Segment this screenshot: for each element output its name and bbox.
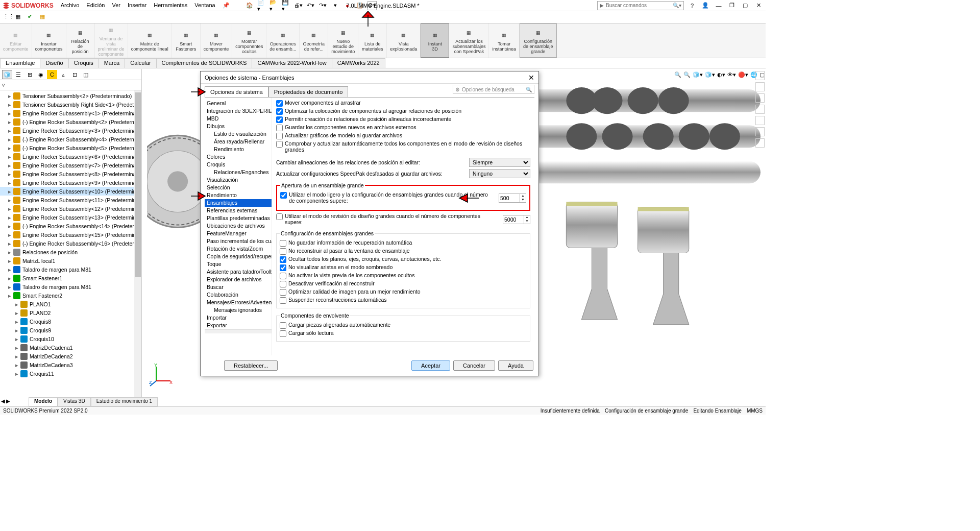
tree-item[interactable]: ▸Engine Rocker Subassembly<6> (Predeterm… [0,152,141,161]
tree-item[interactable]: ▸Relaciones de posición [0,248,141,256]
align-select[interactable]: Siempre [469,158,530,167]
tree-item[interactable]: ▸Engine Rocker Subassembly<12> (Predeter… [0,204,141,213]
option-checkbox[interactable]: Cargar sólo lectura [280,330,527,337]
category-item[interactable]: Copia de seguridad/recuperar [205,253,272,260]
ribbon-btn-4[interactable]: ▦Matriz decomponente lineal [128,23,172,58]
command-search[interactable]: ▶ Buscar comandos🔍▾ [597,1,684,10]
close-icon[interactable]: ✕ [753,1,764,10]
qat-grid-icon[interactable]: ⋮⋮ [3,13,11,21]
category-item[interactable]: Referencias externas [205,207,272,214]
category-item[interactable]: Croquis [205,161,272,168]
tree-item[interactable]: ▸(-) Engine Rocker Subassembly<4> (Prede… [0,135,141,143]
tree-body[interactable]: ▸Tensioner Subassembly<2> (Predeterminad… [0,90,141,398]
tree-item[interactable]: ▸Croquis10 [0,334,141,343]
option-checkbox[interactable]: Mover componentes al arrastrar [276,100,530,107]
qat-check-icon[interactable]: ✔ [28,13,36,21]
ribbon-btn-1[interactable]: ▦Insertarcomponentes [32,23,66,58]
option-checkbox[interactable]: Comprobar y actualizar automáticamente t… [276,140,530,153]
bottom-tab-2[interactable]: Estudio de movimiento 1 [91,397,158,406]
cancel-button[interactable]: Cancelar [453,360,495,371]
category-item[interactable]: Ubicaciones de archivos [205,222,272,230]
option-checkbox[interactable]: No activar la vista previa de los compon… [280,272,527,279]
option-checkbox[interactable]: Optimizar calidad de imagen para un mejo… [280,288,527,296]
tree-item[interactable]: ▸MatrizDeCadena1 [0,343,141,352]
option-checkbox[interactable]: Ocultar todos los planos, ejes, croquis,… [280,256,527,263]
category-item[interactable]: Asistente para taladro/Toolbox [205,268,272,276]
category-item[interactable]: Ensamblajes [205,199,272,207]
tree-item[interactable]: ▸(-) Engine Rocker Subassembly<16> (Pred… [0,239,141,248]
tree-item[interactable]: ▸Engine Rocker Subassembly<8> (Predeterm… [0,170,141,178]
save-icon[interactable]: 💾▾ [282,1,291,10]
select-icon[interactable]: ▾ [331,1,340,10]
option-checkbox[interactable]: Permitir creación de relaciones de posic… [276,116,530,123]
btab-next-icon[interactable]: ▶ [6,398,10,405]
ribbon-btn-6[interactable]: ▦Movercomponente [201,23,233,58]
help-button[interactable]: Ayuda [498,360,533,371]
option-checkbox[interactable]: Guardar los componentes nuevos en archiv… [276,124,530,131]
tree-item[interactable]: ▸(-) Engine Rocker Subassembly<2> (Prede… [0,117,141,126]
filter-icon[interactable]: ▿ [2,82,5,88]
menu-insertar[interactable]: Insertar [128,2,146,9]
tree-item[interactable]: ▸Taladro de margen para M81 [0,282,141,291]
category-item[interactable]: Rotación de vista/Zoom [205,245,272,253]
category-item[interactable]: Mensajes/Errores/Advertencias [205,299,272,306]
options-search[interactable]: ⚙ Opciones de búsqueda🔍 [453,85,534,94]
category-item[interactable]: Importar [205,314,272,322]
restore-icon[interactable]: ❐ [727,1,737,10]
ribbon-btn-8[interactable]: ▦Operacionesde ensamb... [266,23,300,58]
review-mode-checkbox[interactable]: Utilizar el modo de revisión de diseño g… [276,213,499,225]
tree-item[interactable]: ▸Engine Rocker Subassembly<15> (Predeter… [0,230,141,239]
print-icon[interactable]: 🖨▾ [294,1,303,10]
tree-item[interactable]: ▸MatrizDeCadena3 [0,360,141,369]
ribbon-tab-3[interactable]: Marca [99,58,126,68]
category-item[interactable]: Rendimiento [205,146,272,153]
tree-item[interactable]: ▸MatrizL local1 [0,256,141,265]
option-checkbox[interactable]: Cargar piezas aligeradas automáticamente [280,322,527,329]
option-checkbox[interactable]: Suspender reconstrucciones automáticas [280,297,527,304]
tree-item[interactable]: ▸(-) Engine Rocker Subassembly<5> (Prede… [0,143,141,152]
tree-item[interactable]: ▸(-) Engine Rocker Subassembly<14> (Pred… [0,222,141,230]
category-item[interactable]: Plantillas predeterminadas [205,214,272,222]
category-item[interactable]: Exportar [205,322,272,329]
undo-icon[interactable]: ↶▾ [306,1,315,10]
ribbon-btn-16[interactable]: ▦Configuraciónde ensamblajegrande [520,23,557,58]
category-item[interactable]: Relaciones/Enganches [205,168,272,176]
category-item[interactable]: MBD [205,115,272,123]
home-icon[interactable]: 🏠 [245,1,254,10]
tree-item[interactable]: ▸Engine Rocker Subassembly<3> (Predeterm… [0,126,141,135]
tree-tab-config-icon[interactable]: ☰ [13,70,23,79]
category-item[interactable]: Selección [205,184,272,191]
option-checkbox[interactable]: No visualizar aristas en el modo sombrea… [280,264,527,271]
tab-doc-properties[interactable]: Propiedades de documento [268,86,349,97]
tree-tab-feature-icon[interactable]: 🧊 [2,70,12,79]
bottom-tab-0[interactable]: Modelo [29,397,58,406]
taskpane-home-icon[interactable] [755,71,765,80]
tree-tab-8-icon[interactable]: ◫ [81,70,91,79]
category-item[interactable]: Área rayada/Rellenar [205,138,272,146]
redo-icon[interactable]: ↷▾ [318,1,328,10]
menu-ventana[interactable]: Ventana [194,2,215,9]
ribbon-btn-15[interactable]: ▦Tomarinstantánea [489,23,520,58]
taskpane-lib-icon[interactable] [755,93,765,103]
tree-tab-5-icon[interactable]: C [47,70,57,79]
minimize-icon[interactable]: — [714,1,724,10]
ribbon-tab-4[interactable]: Calcular [125,58,156,68]
tree-tab-7-icon[interactable]: ⊡ [69,70,80,79]
category-item[interactable]: Explorador de archivos [205,276,272,283]
category-item[interactable]: Rendimiento [205,191,272,199]
category-item[interactable]: Toque [205,260,272,268]
tree-item[interactable]: ▸Tensioner Subassembly<2> (Predeterminad… [0,91,141,100]
user-icon[interactable]: 👤 [700,1,710,10]
ribbon-btn-12[interactable]: ▦Vistaexplosionada [387,23,421,58]
category-item[interactable]: Dibujos [205,123,272,130]
ribbon-btn-13[interactable]: ▦Instant3D [421,23,449,58]
speedpak-select[interactable]: Ninguno [469,169,530,178]
ribbon-tab-6[interactable]: CAMWorks 2022-WorkFlow [252,58,332,68]
reset-button[interactable]: Restablecer... [224,360,278,371]
open-icon[interactable]: 📂▾ [270,1,279,10]
tree-item[interactable]: ▸Croquis8 [0,317,141,326]
taskpane-forum-icon[interactable] [755,138,765,148]
menu-herramientas[interactable]: Herramientas [154,2,187,9]
new-icon[interactable]: 📄▾ [257,1,266,10]
tree-item[interactable]: ▸Croquis11 [0,369,141,378]
